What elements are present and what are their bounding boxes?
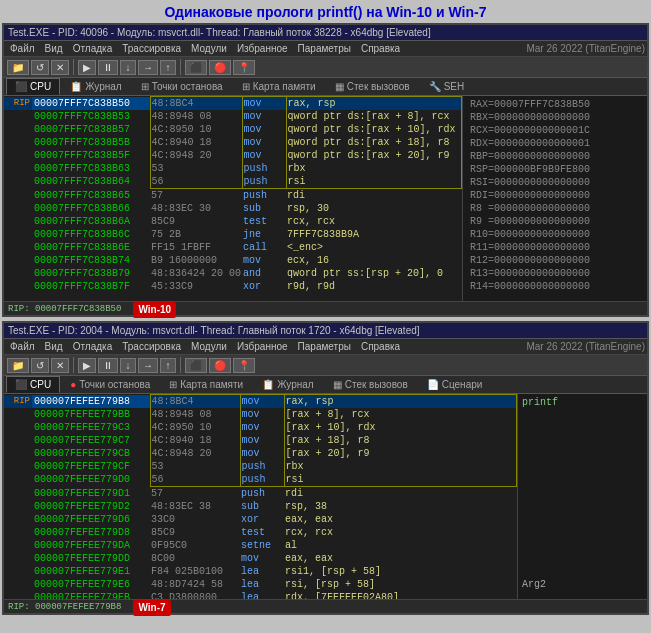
tb-restart-1[interactable]: ↺ (31, 60, 49, 75)
table-row[interactable]: 000007FEFEE779C34C:8950 10mov[rax + 10],… (4, 421, 517, 434)
disasm-addr: 000007FEFEE779D2 (32, 500, 150, 513)
table-row[interactable]: 00007FFF7C838B6648:83EC 30subrsp, 30 (4, 202, 462, 215)
tb-run-2[interactable]: ▶ (78, 358, 96, 373)
table-row[interactable]: 000007FEFEE779D157pushrdi (4, 487, 517, 501)
menu-modules-1[interactable]: Модули (187, 42, 231, 55)
menu-debug-1[interactable]: Отладка (69, 42, 117, 55)
menu-favorites-1[interactable]: Избранное (233, 42, 292, 55)
menu-params-1[interactable]: Параметры (294, 42, 355, 55)
table-row[interactable]: 00007FFF7C838B7F45:33C9xorr9d, r9d (4, 280, 462, 293)
tb-close-2[interactable]: ✕ (51, 358, 69, 373)
table-row[interactable]: 00007FFF7C838B6353pushrbx (4, 162, 462, 175)
table-row[interactable]: 00007FFF7C838B6EFF15 1FBFFcall<_enc> (4, 241, 462, 254)
table-row[interactable]: 000007FEFEE779D885C9testrcx, rcx (4, 526, 517, 539)
menu-help-1[interactable]: Справка (357, 42, 404, 55)
table-row[interactable]: RIP00007FFF7C838B5048:8BC4movrax, rsp (4, 97, 462, 111)
table-row[interactable]: 00007FFF7C838B574C:8950 10movqword ptr d… (4, 123, 462, 136)
menu-file-1[interactable]: Файл (6, 42, 39, 55)
disasm-addr: 00007FFF7C838B53 (32, 110, 150, 123)
tb-sep2 (180, 59, 181, 75)
cpu-icon-1: ⬛ (15, 81, 27, 92)
menu-view-2[interactable]: Вид (41, 340, 67, 353)
cs-icon-2: ▦ (333, 379, 342, 390)
window2-menubar: Файл Вид Отладка Трассировка Модули Избр… (4, 339, 647, 355)
disasm-bytes: 57 (150, 487, 240, 501)
disasm-operands: <_enc> (286, 241, 461, 254)
tb-hw-1[interactable]: 🔴 (209, 60, 231, 75)
tab-journal-1[interactable]: 📋 Журнал (61, 78, 131, 95)
table-row[interactable]: 00007FFF7C838B6A85C9testrcx, rcx (4, 215, 462, 228)
table-row[interactable]: 000007FEFEE779D248:83EC 38subrsp, 38 (4, 500, 517, 513)
table-row[interactable]: 00007FFF7C838B5F4C:8948 20movqword ptr d… (4, 149, 462, 162)
tb-step-out-2[interactable]: ↑ (160, 358, 176, 373)
menu-favorites-2[interactable]: Избранное (233, 340, 292, 353)
rp-blank11 (522, 539, 643, 552)
tb-step-into-1[interactable]: ↓ (120, 60, 136, 75)
tb-step-over-1[interactable]: → (138, 60, 158, 75)
table-row[interactable]: 00007FFF7C838B6C75 2Bjne7FFF7C838B9A (4, 228, 462, 241)
menu-trace-2[interactable]: Трассировка (118, 340, 185, 353)
table-row[interactable]: 000007FEFEE779DD8C00moveax, eax (4, 552, 517, 565)
tb-open-1[interactable]: 📁 (7, 60, 29, 75)
table-row[interactable]: 00007FFF7C838B74B9 16000000movecx, 16 (4, 254, 462, 267)
menu-help-2[interactable]: Справка (357, 340, 404, 353)
cpu-icon-2: ⬛ (15, 379, 27, 390)
tb-step-over-2[interactable]: → (138, 358, 158, 373)
tb-mem-bp-2[interactable]: 📍 (233, 358, 255, 373)
table-row[interactable]: 00007FFF7C838B5B4C:8940 18movqword ptr d… (4, 136, 462, 149)
tab-callstack-1[interactable]: ▦ Стек вызовов (326, 78, 419, 95)
menu-view-1[interactable]: Вид (41, 42, 67, 55)
tb-restart-2[interactable]: ↺ (31, 358, 49, 373)
rp-blank8 (522, 500, 643, 513)
disasm-operands: eax, eax (284, 552, 517, 565)
menu-file-2[interactable]: Файл (6, 340, 39, 353)
tab-memmap-2[interactable]: ⊞ Карта памяти (160, 376, 252, 393)
tab-breakpoints-1[interactable]: ⊞ Точки останова (132, 78, 232, 95)
table-row[interactable]: 00007FFF7C838B6456pushrsi (4, 175, 462, 189)
tab-journal-label-1: Журнал (85, 81, 122, 92)
tab-bp-label-1: Точки останова (152, 81, 223, 92)
table-row[interactable]: 000007FEFEE779E648:8D7424 58learsi, [rsp… (4, 578, 517, 591)
tb-step-out-1[interactable]: ↑ (160, 60, 176, 75)
menu-trace-1[interactable]: Трассировка (118, 42, 185, 55)
tab-memmap-1[interactable]: ⊞ Карта памяти (233, 78, 325, 95)
tb-step-into-2[interactable]: ↓ (120, 358, 136, 373)
table-row[interactable]: 000007FEFEE779BB48:8948 08mov[rax + 8], … (4, 408, 517, 421)
table-row[interactable]: 000007FEFEE779D056pushrsi (4, 473, 517, 487)
table-row[interactable]: RIP000007FEFEE779B848:8BC4movrax, rsp (4, 395, 517, 409)
tab-seh-1[interactable]: 🔧 SEH (420, 78, 474, 95)
rip-marker (4, 539, 32, 552)
tb-hw-2[interactable]: 🔴 (209, 358, 231, 373)
tb-bp-1[interactable]: ⬛ (185, 60, 207, 75)
tb-pause-2[interactable]: ⏸ (98, 358, 118, 373)
window2-disasm[interactable]: RIP000007FEFEE779B848:8BC4movrax, rsp000… (4, 394, 517, 599)
debugger-window-1: Test.EXE - PID: 40096 - Модуль: msvcrt.d… (2, 23, 649, 317)
tb-bp-2[interactable]: ⬛ (185, 358, 207, 373)
table-row[interactable]: 00007FFF7C838B6557pushrdi (4, 189, 462, 203)
table-row[interactable]: 000007FEFEE779DA0F95C0setneal (4, 539, 517, 552)
table-row[interactable]: 00007FFF7C838B5348:8948 08movqword ptr d… (4, 110, 462, 123)
tab-journal-2[interactable]: 📋 Журнал (253, 376, 323, 393)
mm-icon-2: ⊞ (169, 379, 177, 390)
menu-debug-2[interactable]: Отладка (69, 340, 117, 353)
tab-cpu-1[interactable]: ⬛ CPU (6, 78, 60, 95)
tb-run-1[interactable]: ▶ (78, 60, 96, 75)
table-row[interactable]: 000007FEFEE779C74C:8940 18mov[rax + 18],… (4, 434, 517, 447)
table-row[interactable]: 000007FEFEE779D633C0xoreax, eax (4, 513, 517, 526)
table-row[interactable]: 00007FFF7C838B7948:836424 20 00andqword … (4, 267, 462, 280)
table-row[interactable]: 000007FEFEE779CB4C:8948 20mov[rax + 20],… (4, 447, 517, 460)
menu-modules-2[interactable]: Модули (187, 340, 231, 353)
table-row[interactable]: 000007FEFEE779CF53pushrbx (4, 460, 517, 473)
tb-close-1[interactable]: ✕ (51, 60, 69, 75)
table-row[interactable]: 000007FEFEE779EBC3 D3800800leardx, [7FEF… (4, 591, 517, 599)
tab-cpu-2[interactable]: ⬛ CPU (6, 376, 60, 393)
tb-open-2[interactable]: 📁 (7, 358, 29, 373)
tb-pause-1[interactable]: ⏸ (98, 60, 118, 75)
tb-mem-bp-1[interactable]: 📍 (233, 60, 255, 75)
table-row[interactable]: 000007FEFEE779E1F84 025B0100learsi1, [rs… (4, 565, 517, 578)
tab-scenarios-2[interactable]: 📄 Сценари (418, 376, 492, 393)
tab-callstack-2[interactable]: ▦ Стек вызовов (324, 376, 417, 393)
menu-params-2[interactable]: Параметры (294, 340, 355, 353)
tab-breakpoints-2[interactable]: ● Точки останова (61, 376, 159, 393)
window1-disasm[interactable]: RIP00007FFF7C838B5048:8BC4movrax, rsp000… (4, 96, 462, 301)
